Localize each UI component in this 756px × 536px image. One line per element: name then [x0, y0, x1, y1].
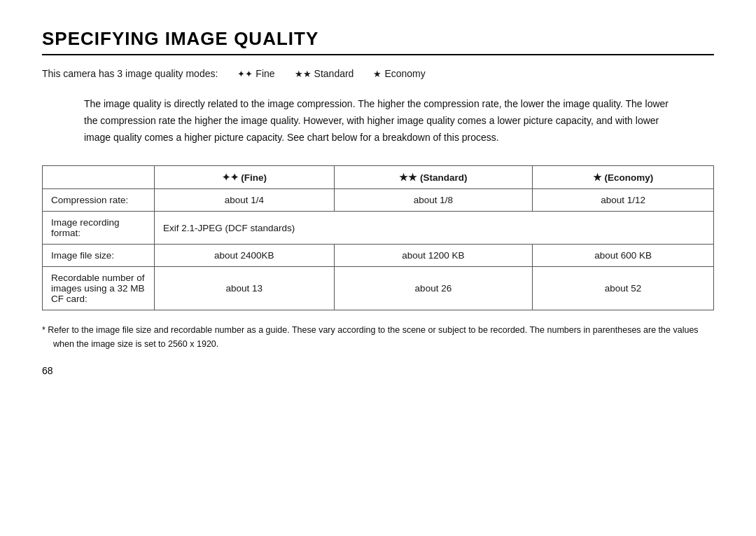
- file-size-fine: about 2400KB: [155, 245, 335, 267]
- footnote: * Refer to the image file size and recor…: [42, 323, 714, 351]
- table-row: Image file size: about 2400KB about 1200…: [43, 245, 714, 267]
- economy-mode: ★ Economy: [373, 68, 425, 79]
- recordable-number-fine: about 13: [155, 267, 335, 310]
- page-number: 68: [42, 365, 714, 376]
- file-size-standard: about 1200 KB: [334, 245, 533, 267]
- standard-star-icon: ★★: [295, 69, 312, 79]
- compression-economy: about 1/12: [533, 189, 714, 212]
- file-size-label: Image file size:: [43, 245, 155, 267]
- compression-standard: about 1/8: [334, 189, 533, 212]
- table-row: Recordable number of images using a 32 M…: [43, 267, 714, 310]
- quality-table: ✦✦ (Fine) ★★ (Standard) ★ (Economy) Comp…: [42, 165, 714, 310]
- quality-table-section: ✦✦ (Fine) ★★ (Standard) ★ (Economy) Comp…: [42, 165, 714, 310]
- table-header-standard: ★★ (Standard): [334, 166, 533, 189]
- recordable-number-economy: about 52: [533, 267, 714, 310]
- standard-mode: ★★ Standard: [295, 68, 354, 79]
- compression-label: Compression rate:: [43, 189, 155, 212]
- table-header-empty: [43, 166, 155, 189]
- fine-label: Fine: [255, 68, 274, 79]
- standard-label: Standard: [314, 68, 354, 79]
- table-row: Compression rate: about 1/4 about 1/8 ab…: [43, 189, 714, 212]
- page-title: SPECIFYING IMAGE QUALITY: [42, 28, 714, 50]
- recording-format-label: Image recording format:: [43, 212, 155, 245]
- economy-star-icon: ★: [373, 69, 382, 79]
- table-header-fine: ✦✦ (Fine): [155, 166, 335, 189]
- modes-label: This camera has 3 image quality modes:: [42, 68, 218, 79]
- fine-star-icon: ✦✦: [237, 69, 253, 79]
- table-header-row: ✦✦ (Fine) ★★ (Standard) ★ (Economy): [43, 166, 714, 189]
- economy-label: Economy: [384, 68, 425, 79]
- table-row: Image recording format: Exif 2.1-JPEG (D…: [43, 212, 714, 245]
- compression-fine: about 1/4: [155, 189, 335, 212]
- recording-format-value: Exif 2.1-JPEG (DCF standards): [155, 212, 714, 245]
- recordable-number-label: Recordable number of images using a 32 M…: [43, 267, 155, 310]
- fine-mode: ✦✦ Fine: [237, 68, 274, 79]
- title-divider: [42, 54, 714, 55]
- table-header-economy: ★ (Economy): [533, 166, 714, 189]
- quality-modes-row: This camera has 3 image quality modes: ✦…: [42, 68, 714, 79]
- recordable-number-standard: about 26: [334, 267, 533, 310]
- description-text: The image quality is directly related to…: [84, 96, 672, 146]
- file-size-economy: about 600 KB: [533, 245, 714, 267]
